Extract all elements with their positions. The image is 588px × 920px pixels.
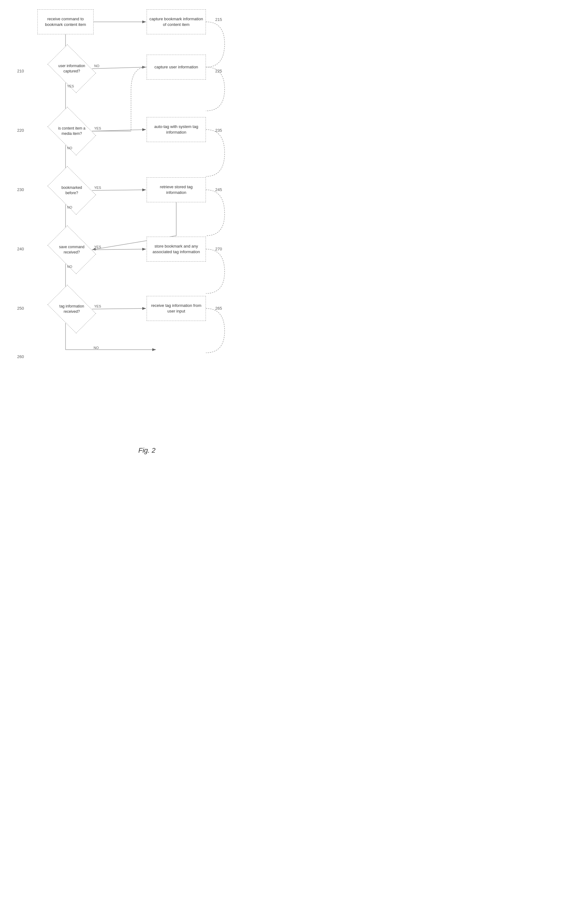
label-250: 250: [17, 306, 24, 311]
box-receive-tag: receive tag information from user input: [147, 296, 206, 321]
box-retrieve-tag: retrieve stored tag information: [147, 177, 206, 202]
arrow-label-no1: NO: [94, 64, 100, 68]
svg-line-3: [92, 67, 146, 69]
label-245: 245: [215, 187, 222, 192]
figure-caption: Fig. 2: [0, 446, 294, 455]
diamond-save-command: save command received?: [52, 236, 92, 264]
label-230: 230: [17, 187, 24, 192]
label-215: 215: [215, 17, 222, 22]
svg-line-11: [92, 249, 146, 250]
arrow-label-no2: NO: [67, 146, 73, 150]
arrow-label-no3: NO: [67, 206, 73, 209]
diamond-media-item: is content item a media item?: [52, 117, 92, 145]
arrow-label-yes1: YES: [67, 84, 74, 88]
arrow-label-no4: NO: [67, 265, 73, 269]
diamond-user-info: user information captured?: [52, 55, 92, 83]
svg-line-7: [92, 190, 146, 190]
box-store-bookmark: store bookmark and any associated tag in…: [147, 236, 206, 262]
arrow-label-no5: NO: [94, 346, 99, 350]
label-270: 270: [215, 247, 222, 251]
svg-line-13: [92, 308, 146, 309]
arrow-label-yes3: YES: [94, 186, 101, 190]
label-220: 220: [17, 128, 24, 133]
label-240: 240: [17, 247, 24, 251]
label-210: 210: [17, 69, 24, 73]
label-265: 265: [215, 306, 222, 311]
box-receive-command: receive command to bookmark content item: [37, 10, 94, 34]
label-225: 225: [215, 69, 222, 73]
flowchart-diagram: receive command to bookmark content item…: [0, 0, 294, 443]
diamond-tag-received: tag information received?: [52, 295, 92, 323]
label-235: 235: [215, 128, 222, 133]
diamond-bookmarked: bookmarked before?: [52, 177, 92, 204]
arrow-label-yes2: YES: [94, 126, 101, 130]
box-autotag: auto-tag with system tag information: [147, 117, 206, 142]
box-capture-user: capture user information: [147, 55, 206, 79]
box-capture-bookmark: capture bookmark information of content …: [147, 10, 206, 34]
arrow-label-yes5: YES: [94, 305, 101, 308]
label-260: 260: [17, 354, 24, 359]
arrow-label-yes4: YES: [94, 245, 101, 249]
